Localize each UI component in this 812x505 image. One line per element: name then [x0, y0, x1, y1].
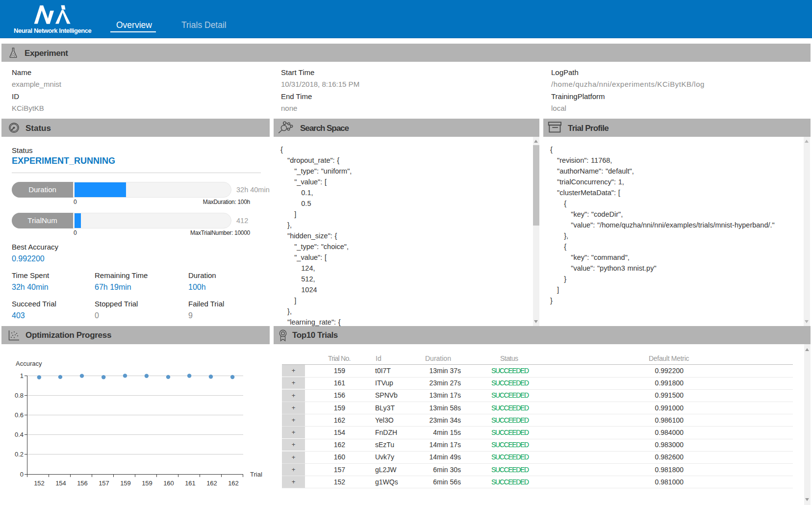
svg-text:157: 157 — [99, 480, 109, 487]
svg-text:Trial: Trial — [250, 471, 262, 478]
svg-text:162: 162 — [228, 480, 239, 487]
svg-text:0.2: 0.2 — [15, 451, 24, 458]
svg-text:1: 1 — [20, 372, 24, 379]
svg-text:162: 162 — [206, 480, 217, 487]
svg-text:152: 152 — [34, 480, 45, 487]
svg-text:154: 154 — [55, 480, 66, 487]
svg-text:159: 159 — [120, 480, 131, 487]
svg-text:0.6: 0.6 — [15, 411, 24, 419]
svg-text:Accuracy: Accuracy — [16, 360, 42, 367]
svg-text:159: 159 — [142, 480, 152, 487]
svg-text:0: 0 — [20, 471, 24, 478]
svg-text:161: 161 — [185, 480, 196, 487]
svg-text:0.8: 0.8 — [15, 392, 24, 399]
svg-text:160: 160 — [163, 480, 174, 487]
svg-text:156: 156 — [77, 480, 88, 487]
svg-text:0.4: 0.4 — [15, 431, 24, 438]
